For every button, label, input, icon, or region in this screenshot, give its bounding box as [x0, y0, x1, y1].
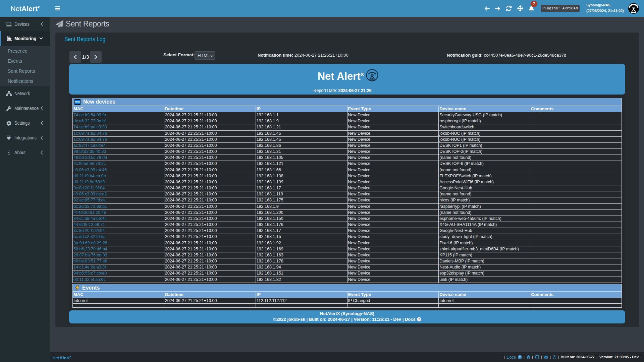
- svg-text:?: ?: [418, 318, 420, 321]
- svg-text:?: ?: [519, 355, 521, 358]
